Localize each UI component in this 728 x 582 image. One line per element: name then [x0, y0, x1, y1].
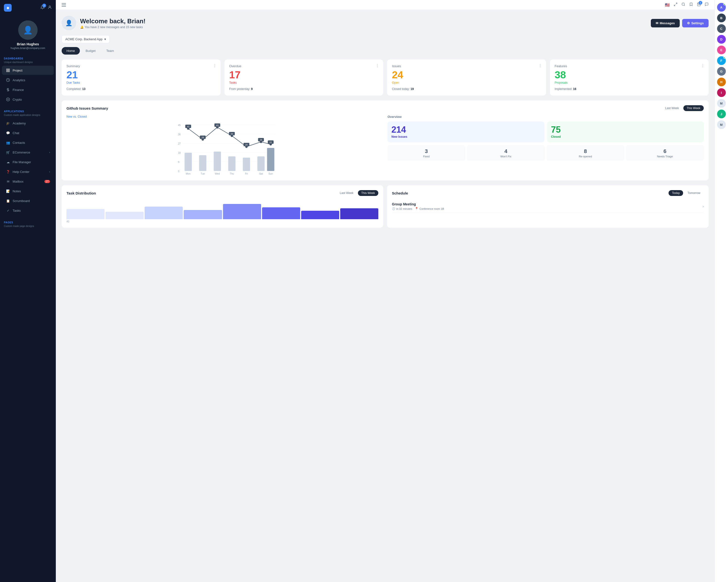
task-distribution-toggle: Last Week This Week	[336, 190, 378, 196]
svg-rect-2	[8, 69, 9, 70]
right-avatar-10[interactable]: M	[717, 99, 726, 108]
scrumboard-icon: 📋	[6, 199, 10, 203]
project-icon	[6, 68, 10, 73]
user-circle-icon[interactable]	[48, 5, 52, 10]
this-week-td-button[interactable]: This Week	[358, 190, 378, 196]
schedule-panel: Schedule Today Tomorrow Group Meeting 🕐 …	[387, 185, 709, 228]
closed-number: 75	[551, 126, 700, 134]
tab-budget[interactable]: Budget	[81, 47, 101, 55]
task-distribution-panel: Task Distribution Last Week This Week	[62, 185, 383, 228]
task-distribution-header: Task Distribution Last Week This Week	[67, 190, 378, 196]
sidebar-item-contacts[interactable]: 👥 Contacts	[2, 138, 54, 147]
sidebar-item-tasks[interactable]: ✓ Tasks	[2, 206, 54, 215]
svg-rect-30	[228, 157, 236, 171]
bottom-grid: Task Distribution Last Week This Week	[62, 185, 709, 228]
github-panel-header: Github Issues Summary Last Week This Wee…	[67, 105, 704, 111]
last-week-td-button[interactable]: Last Week	[336, 190, 357, 196]
schedule-item-title: Group Meeting	[392, 202, 444, 206]
settings-button[interactable]: ⚙ Settings	[682, 19, 709, 27]
right-avatar-12[interactable]: M	[717, 120, 726, 129]
fixed-number: 3	[390, 148, 462, 155]
stat-number: 17	[229, 70, 379, 80]
profile-name: Brian Hughes	[17, 42, 39, 46]
notification-icon[interactable]: 3	[40, 5, 45, 10]
messages-button[interactable]: ✉ Messages	[651, 19, 680, 27]
right-avatar-2[interactable]: B	[717, 13, 726, 22]
sidebar-item-crypto[interactable]: Crypto	[2, 95, 54, 104]
stat-sublabel: Due Tasks	[67, 81, 216, 84]
right-avatar-8[interactable]: H	[717, 78, 726, 86]
expand-icon[interactable]	[674, 2, 678, 7]
new-issues-card: 214 New Issues	[388, 121, 544, 142]
tab-home[interactable]: Home	[62, 47, 80, 55]
github-overview: Overview 214 New Issues 75 Closed	[388, 115, 704, 175]
sidebar-item-label: Mailbox	[12, 180, 24, 183]
more-options-icon[interactable]: ⋮	[213, 63, 217, 68]
schedule-arrow-icon[interactable]: ›	[703, 204, 704, 209]
sidebar-item-filemanager[interactable]: ☁ File Manager	[2, 157, 54, 167]
right-avatar-1[interactable]: A	[717, 3, 726, 11]
right-avatar-11[interactable]: J	[717, 110, 726, 118]
sidebar-item-label: File Manager	[12, 160, 31, 164]
menu-toggle-button[interactable]	[62, 3, 66, 6]
online-badge	[723, 56, 726, 59]
svg-text:Mon: Mon	[186, 172, 190, 175]
sidebar-item-mailbox[interactable]: ✉ Mailbox 27	[2, 177, 54, 186]
right-avatar-9[interactable]: I	[717, 88, 726, 97]
reopened-label: Re-opened	[550, 155, 622, 158]
right-avatar-7[interactable]: G	[717, 67, 726, 76]
tomorrow-button[interactable]: Tomorrow	[684, 190, 704, 196]
chat-top-icon[interactable]	[705, 2, 709, 7]
gear-icon: ⚙	[687, 21, 690, 25]
this-week-button[interactable]: This Week	[683, 105, 704, 111]
sidebar-item-helpcenter[interactable]: ❓ Help Center ›	[2, 167, 54, 176]
sidebar-item-analytics[interactable]: Analytics	[2, 76, 54, 85]
notes-icon: 📝	[6, 189, 10, 193]
cart-icon[interactable]: 5	[697, 2, 701, 7]
tab-team[interactable]: Team	[101, 47, 119, 55]
svg-text:27: 27	[178, 142, 181, 145]
sidebar-item-notes[interactable]: 📝 Notes	[2, 187, 54, 196]
more-options-icon[interactable]: ⋮	[538, 63, 542, 68]
sidebar-item-project[interactable]: Project	[2, 66, 54, 75]
search-icon[interactable]	[681, 2, 685, 7]
sidebar-item-chat[interactable]: 💬 Chat	[2, 128, 54, 138]
github-toggle: Last Week This Week	[662, 105, 704, 111]
right-avatar-3[interactable]: C	[717, 24, 726, 33]
flag-icon[interactable]: 🇺🇸	[665, 3, 670, 7]
more-options-icon[interactable]: ⋮	[375, 63, 379, 68]
schedule-time: 🕐 in 32 minutes	[392, 207, 412, 210]
today-button[interactable]: Today	[669, 190, 683, 196]
chevron-down-icon: ▾	[104, 37, 106, 41]
sidebar-item-finance[interactable]: Finance	[2, 85, 54, 94]
profile-email: hughes.brian@company.com	[11, 47, 45, 50]
sidebar-item-label: Analytics	[12, 78, 25, 82]
last-week-button[interactable]: Last Week	[662, 105, 682, 111]
svg-text:36: 36	[178, 133, 181, 136]
sidebar-item-scrumboard[interactable]: 📋 Scrumboard	[2, 196, 54, 205]
sidebar-item-label: ECommerce	[12, 150, 30, 154]
pages-section-label: PAGES	[0, 218, 56, 225]
dashboards-section-sub: Unique dashboard designs	[0, 61, 56, 65]
fixed-label: Fixed	[390, 155, 462, 158]
sidebar-item-academy[interactable]: 🎓 Academy	[2, 118, 54, 128]
triage-label: Needs Triage	[629, 155, 701, 158]
bookmark-icon[interactable]	[689, 2, 693, 7]
right-avatar-4[interactable]: D	[717, 35, 726, 44]
more-options-icon[interactable]: ⋮	[701, 63, 705, 68]
sidebar-item-label: Project	[12, 68, 22, 72]
clock-icon: 🕐	[392, 207, 395, 210]
right-avatar-5[interactable]: E	[717, 46, 726, 54]
stat-label: Features	[555, 64, 704, 68]
sidebar-top: ◆ 3	[0, 0, 56, 16]
project-selector[interactable]: ACME Corp. Backend App ▾	[62, 35, 110, 43]
welcome-subtitle: 🔔 You have 2 new messages and 15 new tas…	[80, 25, 146, 29]
logo-icon[interactable]: ◆	[4, 4, 11, 11]
svg-text:Sat: Sat	[259, 172, 263, 175]
svg-text:0: 0	[178, 170, 180, 173]
stat-fixed: 3 Fixed	[388, 145, 465, 161]
svg-text:Wed: Wed	[215, 172, 219, 175]
svg-text:Thu: Thu	[230, 172, 234, 175]
right-avatar-6[interactable]: F	[717, 56, 726, 65]
sidebar-item-ecommerce[interactable]: 🛒 ECommerce ›	[2, 148, 54, 157]
